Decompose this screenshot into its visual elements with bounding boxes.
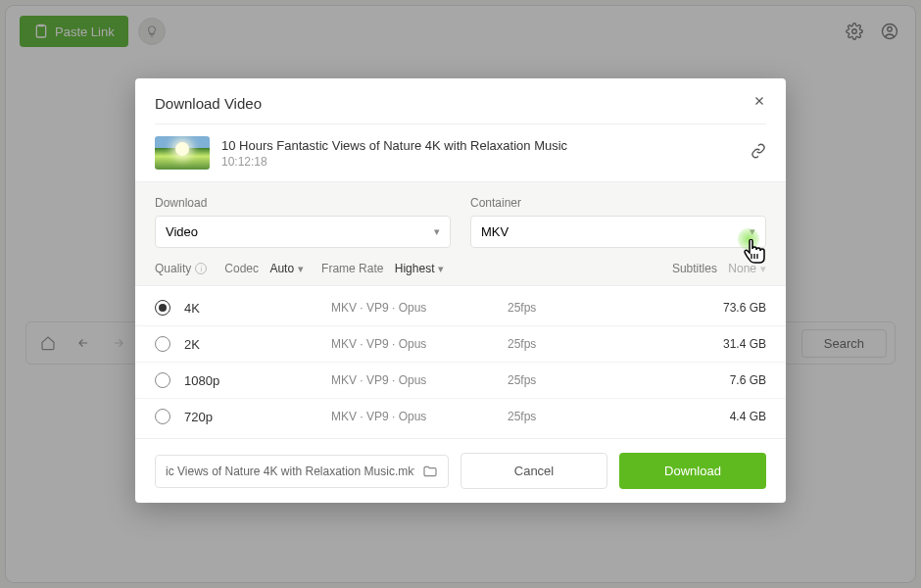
quality-row[interactable]: 4K MKV · VP9 · Opus 25fps 73.6 GB (135, 290, 786, 326)
quality-row[interactable]: 720p MKV · VP9 · Opus 25fps 4.4 GB (135, 399, 786, 434)
download-modal: Download Video 10 Hours Fantastic Views … (135, 78, 786, 503)
download-type-label: Download (155, 196, 451, 210)
folder-icon (422, 464, 438, 479)
link-icon (751, 143, 766, 159)
quality-label: Quality (155, 262, 191, 275)
click-indicator (737, 227, 760, 251)
radio[interactable] (155, 409, 170, 424)
framerate-select[interactable]: Frame Rate Highest ▾ (321, 262, 444, 275)
filename-text: ic Views of Nature 4K with Relaxation Mu… (166, 465, 414, 478)
container-value: MKV (481, 224, 509, 239)
video-duration: 10:12:18 (221, 155, 567, 169)
video-info-row: 10 Hours Fantastic Views of Nature 4K wi… (135, 124, 786, 181)
chevron-down-icon: ▾ (298, 263, 304, 275)
chevron-down-icon: ▾ (438, 263, 444, 275)
close-icon (752, 94, 766, 108)
codec-select[interactable]: Codec Auto ▾ (224, 262, 304, 275)
container-select[interactable]: MKV ▾ (470, 216, 766, 248)
save-location-field[interactable]: ic Views of Nature 4K with Relaxation Mu… (155, 455, 449, 488)
radio[interactable] (155, 372, 170, 388)
subtitles-select[interactable]: Subtitles None ▾ (672, 262, 766, 275)
quality-row[interactable]: 2K MKV · VP9 · Opus 25fps 31.4 GB (135, 326, 786, 363)
modal-title: Download Video (155, 95, 262, 112)
cancel-button[interactable]: Cancel (460, 453, 607, 489)
quality-list: 4K MKV · VP9 · Opus 25fps 73.6 GB 2K MKV… (135, 286, 786, 438)
quality-row[interactable]: 1080p MKV · VP9 · Opus 25fps 7.6 GB (135, 363, 786, 399)
download-button[interactable]: Download (619, 453, 766, 489)
download-type-select[interactable]: Video ▾ (155, 216, 451, 248)
video-title: 10 Hours Fantastic Views of Nature 4K wi… (221, 138, 567, 153)
radio[interactable] (155, 336, 170, 352)
chevron-down-icon: ▾ (760, 263, 766, 275)
chevron-down-icon: ▾ (434, 225, 440, 238)
info-icon[interactable]: i (195, 263, 207, 274)
video-thumbnail (155, 136, 210, 170)
copy-link-button[interactable] (751, 143, 766, 163)
close-button[interactable] (752, 94, 766, 112)
radio-selected[interactable] (155, 300, 170, 316)
container-label: Container (470, 196, 766, 210)
download-type-value: Video (166, 224, 198, 239)
